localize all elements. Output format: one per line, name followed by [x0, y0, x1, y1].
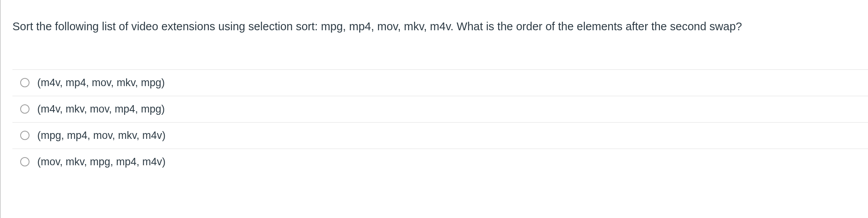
option-label: (m4v, mp4, mov, mkv, mpg) [37, 77, 165, 89]
question-container: Sort the following list of video extensi… [0, 0, 868, 218]
radio-icon[interactable] [20, 131, 30, 140]
radio-icon[interactable] [20, 104, 30, 114]
option-row[interactable]: (m4v, mkv, mov, mp4, mpg) [12, 96, 868, 122]
radio-icon[interactable] [20, 78, 30, 87]
option-label: (m4v, mkv, mov, mp4, mpg) [37, 103, 165, 115]
option-row[interactable]: (mpg, mp4, mov, mkv, m4v) [12, 122, 868, 149]
option-row[interactable]: (m4v, mp4, mov, mkv, mpg) [12, 69, 868, 96]
option-label: (mov, mkv, mpg, mp4, m4v) [37, 156, 166, 168]
question-text: Sort the following list of video extensi… [12, 19, 868, 35]
radio-icon[interactable] [20, 157, 30, 166]
option-row[interactable]: (mov, mkv, mpg, mp4, m4v) [12, 149, 868, 175]
option-label: (mpg, mp4, mov, mkv, m4v) [37, 130, 166, 142]
options-list: (m4v, mp4, mov, mkv, mpg) (m4v, mkv, mov… [12, 69, 868, 175]
